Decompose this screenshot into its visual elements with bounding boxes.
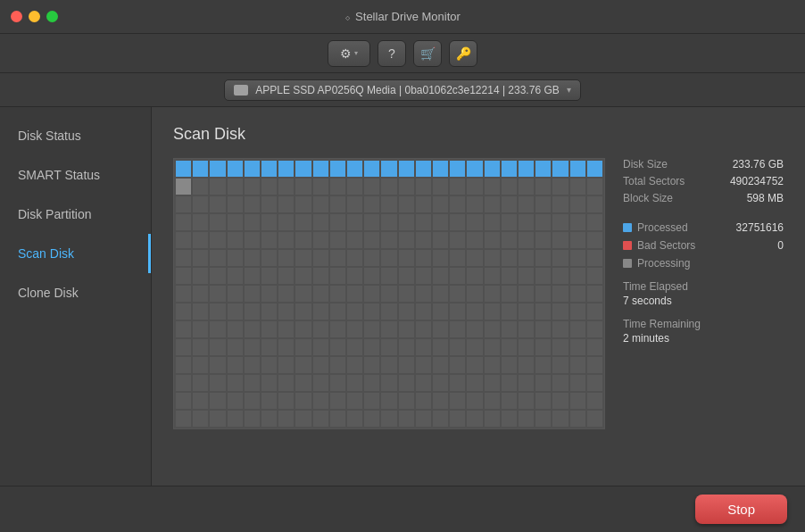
grid-cell	[278, 339, 294, 355]
grid-cell	[330, 393, 345, 409]
grid-cell	[364, 393, 379, 409]
grid-cell	[193, 375, 208, 391]
disk-size-row: Disk Size 233.76 GB	[623, 158, 784, 170]
grid-cell	[416, 232, 431, 248]
bad-sectors-value: 0	[777, 239, 784, 252]
processed-label: Processed	[637, 221, 688, 234]
grid-cell	[467, 357, 482, 373]
sidebar-item-disk-status[interactable]: Disk Status	[0, 116, 151, 155]
grid-cell	[347, 393, 362, 409]
cart-button[interactable]: 🛒	[413, 40, 442, 67]
sidebar-item-scan-disk[interactable]: Scan Disk	[0, 234, 151, 273]
grid-cell	[295, 268, 311, 284]
total-sectors-value: 490234752	[730, 175, 784, 187]
grid-cell	[193, 268, 208, 284]
grid-cell	[552, 375, 568, 391]
grid-cell	[485, 339, 500, 355]
close-button[interactable]	[11, 11, 22, 22]
grid-cell	[399, 393, 414, 409]
grid-cell	[570, 321, 585, 337]
grid-cell	[433, 232, 448, 248]
grid-cell	[330, 411, 345, 427]
total-sectors-row: Total Sectors 490234752	[623, 175, 784, 187]
grid-cell	[502, 357, 517, 373]
maximize-button[interactable]	[46, 11, 58, 22]
grid-cell	[416, 268, 431, 284]
grid-cell	[245, 303, 260, 320]
grid-cell	[485, 268, 500, 284]
grid-cell	[535, 214, 551, 230]
grid-cell	[278, 375, 294, 391]
grid-cell	[245, 250, 260, 266]
grid-cell	[450, 339, 465, 355]
grid-cell	[570, 179, 585, 195]
grid-cell	[210, 286, 225, 302]
grid-cell	[313, 250, 328, 266]
key-button[interactable]: 🔑	[449, 40, 477, 67]
grid-cell	[347, 339, 362, 355]
sidebar-item-smart-status[interactable]: SMART Status	[0, 155, 151, 195]
grid-cell	[399, 250, 414, 266]
grid-cell	[261, 214, 277, 230]
grid-cell	[519, 375, 534, 391]
grid-cell	[330, 250, 345, 266]
grid-cell	[485, 196, 500, 212]
grid-cell	[176, 268, 191, 284]
grid-cell	[570, 411, 585, 427]
grid-cell	[552, 321, 568, 337]
grid-cell	[261, 232, 277, 248]
sidebar-item-clone-disk[interactable]: Clone Disk	[0, 273, 151, 312]
grid-cell	[228, 375, 243, 391]
grid-cell	[381, 357, 396, 373]
grid-cell	[381, 179, 396, 195]
grid-cell	[552, 393, 568, 409]
grid-cell	[381, 339, 396, 355]
scan-grid	[173, 158, 605, 429]
grid-cell	[347, 250, 362, 266]
grid-cell	[364, 303, 379, 320]
help-button[interactable]: ?	[378, 40, 406, 67]
grid-cell	[450, 393, 465, 409]
settings-button[interactable]: ⚙ ▾	[328, 40, 370, 67]
grid-cell	[467, 411, 482, 427]
grid-cell	[245, 161, 260, 177]
grid-cell	[313, 375, 328, 391]
sidebar-item-disk-partition[interactable]: Disk Partition	[0, 195, 151, 234]
grid-cell	[467, 321, 482, 337]
grid-cell	[467, 179, 482, 195]
grid-cell	[176, 303, 191, 320]
grid-cell	[347, 303, 362, 320]
grid-cell	[450, 411, 465, 427]
grid-cell	[313, 214, 328, 230]
minimize-button[interactable]	[29, 11, 40, 22]
grid-cell	[381, 250, 396, 266]
grid-cell	[552, 214, 568, 230]
grid-cell	[416, 250, 431, 266]
grid-cell	[433, 303, 448, 320]
grid-cell	[587, 411, 602, 427]
grid-cell	[502, 232, 517, 248]
grid-cell	[364, 411, 379, 427]
total-sectors-label: Total Sectors	[623, 175, 685, 187]
grid-cell	[278, 411, 294, 427]
grid-cell	[245, 321, 260, 337]
cart-icon: 🛒	[420, 46, 436, 61]
drive-selector[interactable]: APPLE SSD AP0256Q Media | 0ba01062c3e122…	[224, 79, 580, 101]
grid-cell	[535, 339, 551, 355]
grid-cell	[502, 268, 517, 284]
grid-cell	[519, 357, 534, 373]
block-size-value: 598 MB	[747, 192, 784, 204]
grid-cell	[193, 179, 208, 195]
grid-cell	[261, 411, 277, 427]
grid-cell	[535, 321, 551, 337]
grid-cell	[210, 411, 225, 427]
grid-cell	[261, 393, 277, 409]
time-remaining-value: 2 minutes	[623, 332, 784, 345]
grid-cell	[295, 357, 311, 373]
grid-cell	[416, 303, 431, 320]
stop-button[interactable]: Stop	[695, 495, 787, 524]
grid-cell	[570, 357, 585, 373]
grid-cell	[399, 321, 414, 337]
processed-dot	[623, 223, 632, 232]
grid-cell	[176, 393, 191, 409]
